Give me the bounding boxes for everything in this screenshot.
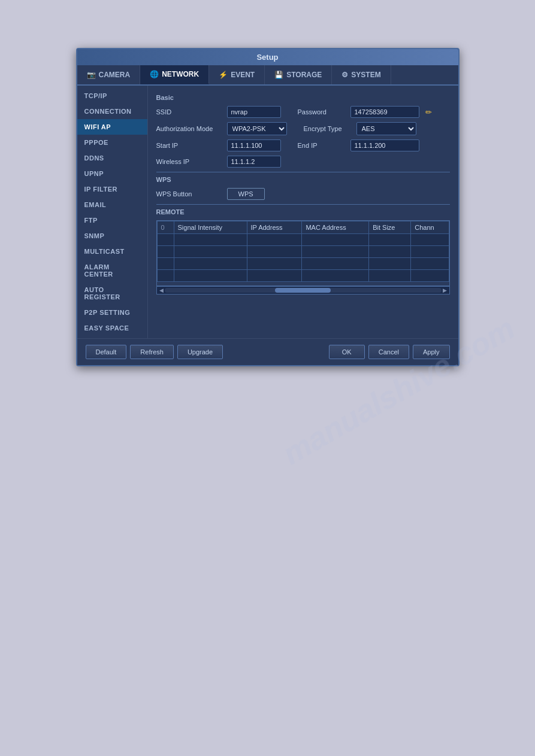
encrypt-type-select[interactable]: AES TKIP None — [356, 122, 416, 135]
col-mac: MAC Address — [302, 221, 369, 234]
setup-window: Setup 📷 CAMERA 🌐 NETWORK ⚡ EVENT 💾 STORA… — [76, 48, 460, 366]
sidebar-wifiap-label: WIFI AP — [84, 123, 111, 130]
table-row — [157, 258, 449, 270]
password-input[interactable] — [350, 106, 419, 118]
system-icon: ⚙ — [341, 71, 348, 79]
divider-wps — [156, 172, 450, 172]
tab-system[interactable]: ⚙ SYSTEM — [332, 65, 391, 84]
ssid-input[interactable] — [227, 106, 281, 118]
sidebar-item-connection[interactable]: CONNECTION — [77, 104, 147, 119]
apply-button[interactable]: Apply — [413, 345, 450, 359]
tab-network-label: NETWORK — [162, 70, 199, 78]
ok-button[interactable]: OK — [329, 345, 365, 359]
sidebar-item-tcpip[interactable]: TCP/IP — [77, 88, 147, 104]
sidebar-item-wifiap[interactable]: WIFI AP — [77, 119, 147, 135]
window-title: Setup — [256, 53, 278, 62]
sidebar-easyspace-label: EASY SPACE — [84, 324, 129, 332]
wireless-ip-row: Wireless IP — [156, 156, 450, 168]
section-wps-label: WPS — [156, 176, 450, 183]
sidebar-upnp-label: UPNP — [84, 170, 104, 177]
ssid-label: SSID — [156, 108, 222, 116]
refresh-button[interactable]: Refresh — [130, 345, 174, 359]
sidebar-item-alarmcenter[interactable]: ALARM CENTER — [77, 259, 147, 282]
wps-button-row: WPS Button WPS — [156, 188, 450, 200]
tab-camera[interactable]: 📷 CAMERA — [77, 65, 141, 84]
btn-group-right: OK Cancel Apply — [329, 345, 450, 359]
sidebar-ddns-label: DDNS — [84, 154, 104, 162]
wps-button[interactable]: WPS — [227, 188, 265, 200]
sidebar-item-email[interactable]: EMAIL — [77, 197, 147, 212]
col-ip: IP Address — [247, 221, 302, 234]
scroll-right-arrow[interactable]: ▶ — [442, 287, 448, 293]
wireless-ip-label: Wireless IP — [156, 158, 222, 165]
sidebar-connection-label: CONNECTION — [84, 108, 132, 115]
sidebar: TCP/IP CONNECTION WIFI AP PPPOE DDNS UPN… — [77, 86, 148, 338]
event-icon: ⚡ — [219, 71, 228, 79]
scrollbar-track — [165, 288, 442, 293]
cancel-button[interactable]: Cancel — [368, 345, 409, 359]
horizontal-scrollbar[interactable]: ◀ ▶ — [156, 286, 450, 294]
upgrade-button[interactable]: Upgrade — [177, 345, 223, 359]
wireless-ip-input[interactable] — [227, 156, 281, 168]
edit-password-icon[interactable]: ✏ — [425, 108, 432, 117]
sidebar-tcpip-label: TCP/IP — [84, 92, 107, 99]
sidebar-alarmcenter-label: ALARM CENTER — [84, 263, 113, 278]
remote-table: 0 Signal Intensity IP Address MAC Addres… — [157, 221, 449, 282]
tab-event[interactable]: ⚡ EVENT — [209, 65, 265, 84]
section-remote-label: REMOTE — [156, 208, 450, 215]
sidebar-item-p2psetting[interactable]: P2P SETTING — [77, 305, 147, 320]
start-ip-input[interactable] — [227, 139, 281, 151]
tab-storage-label: STORAGE — [286, 71, 322, 79]
startip-endip-row: Start IP End IP — [156, 139, 450, 151]
sidebar-multicast-label: MULTICAST — [84, 248, 125, 255]
divider-remote — [156, 204, 450, 205]
encrypt-type-label: Encrypt Type — [304, 125, 352, 132]
bottom-bar: Default Refresh Upgrade OK Cancel Apply — [77, 338, 458, 365]
section-basic-label: Basic — [156, 94, 450, 101]
sidebar-item-pppoe[interactable]: PPPOE — [77, 135, 147, 150]
table-row — [157, 246, 449, 258]
sidebar-p2psetting-label: P2P SETTING — [84, 309, 131, 316]
btn-group-left: Default Refresh Upgrade — [86, 345, 223, 359]
sidebar-ipfilter-label: IP FILTER — [84, 186, 117, 193]
auth-encrypt-row: Authorization Mode WPA2-PSK WPA-PSK None… — [156, 122, 450, 135]
sidebar-item-ddns[interactable]: DDNS — [77, 150, 147, 166]
auth-mode-select[interactable]: WPA2-PSK WPA-PSK None — [227, 122, 287, 135]
sidebar-item-autoregister[interactable]: AUTO REGISTER — [77, 282, 147, 305]
table-row — [157, 270, 449, 282]
ssid-password-row: SSID Password ✏ — [156, 106, 450, 118]
camera-icon: 📷 — [87, 71, 96, 79]
tab-network[interactable]: 🌐 NETWORK — [140, 65, 209, 84]
network-icon: 🌐 — [150, 70, 159, 78]
title-bar: Setup — [77, 49, 458, 65]
scrollbar-thumb[interactable] — [275, 288, 330, 293]
scroll-left-arrow[interactable]: ◀ — [158, 287, 165, 293]
sidebar-ftp-label: FTP — [84, 217, 98, 224]
end-ip-input[interactable] — [350, 139, 419, 151]
col-signal: Signal Intensity — [174, 221, 247, 234]
tab-storage[interactable]: 💾 STORAGE — [265, 65, 332, 84]
sidebar-autoregister-label: AUTO REGISTER — [84, 286, 120, 300]
sidebar-item-upnp[interactable]: UPNP — [77, 166, 147, 181]
tab-system-label: SYSTEM — [351, 71, 380, 79]
password-label: Password — [298, 108, 346, 116]
tab-event-label: EVENT — [231, 71, 255, 79]
main-content: TCP/IP CONNECTION WIFI AP PPPOE DDNS UPN… — [77, 86, 458, 338]
sidebar-item-snmp[interactable]: SNMP — [77, 228, 147, 244]
remote-table-wrapper: 0 Signal Intensity IP Address MAC Addres… — [156, 220, 450, 286]
sidebar-item-multicast[interactable]: MULTICAST — [77, 244, 147, 259]
col-bitsize: Bit Size — [369, 221, 411, 234]
sidebar-pppoe-label: PPPOE — [84, 139, 108, 146]
end-ip-label: End IP — [298, 142, 346, 149]
col-num: 0 — [157, 221, 174, 234]
sidebar-email-label: EMAIL — [84, 201, 107, 208]
sidebar-item-easyspace[interactable]: EASY SPACE — [77, 320, 147, 336]
col-chann: Chann — [411, 221, 449, 234]
sidebar-item-ftp[interactable]: FTP — [77, 212, 147, 228]
storage-icon: 💾 — [274, 71, 283, 79]
content-area: Basic SSID Password ✏ Authorization Mode… — [148, 86, 458, 338]
sidebar-item-ipfilter[interactable]: IP FILTER — [77, 181, 147, 197]
tab-camera-label: CAMERA — [99, 71, 131, 79]
sidebar-snmp-label: SNMP — [84, 232, 105, 239]
default-button[interactable]: Default — [86, 345, 127, 359]
